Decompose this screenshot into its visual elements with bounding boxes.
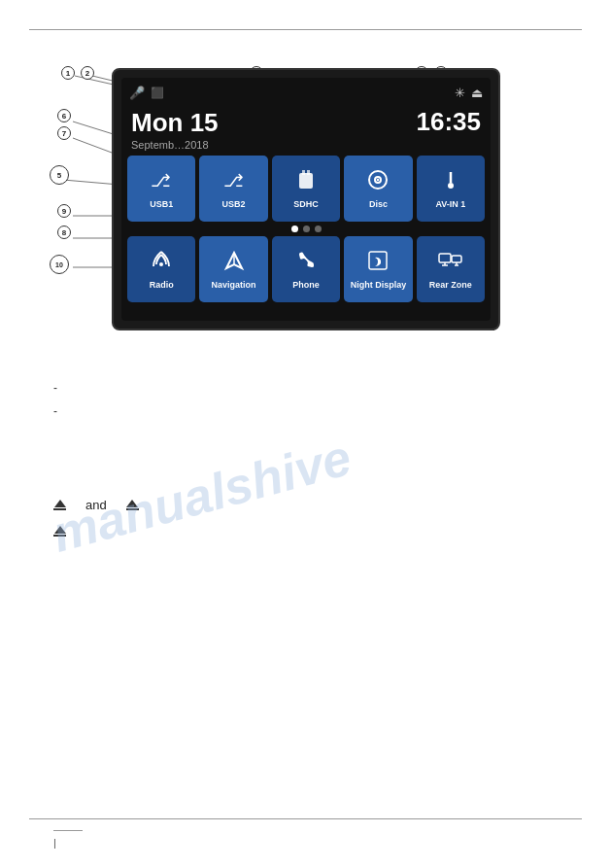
head-unit-device: 🎤 ⬛ ✳ ⏏ Mon 15 Septemb…2018 16:35 [112, 68, 500, 330]
eject-section: and [53, 498, 558, 537]
tri-bar-1 [53, 508, 66, 510]
eject-symbols-row: and [53, 498, 558, 512]
svg-rect-29 [452, 256, 461, 262]
phone-label: Phone [292, 280, 320, 290]
callout-7: 7 [57, 126, 71, 140]
page-number: | [53, 830, 83, 849]
eject-icon[interactable]: ⏏ [471, 86, 483, 100]
text-block-1: - - [53, 379, 558, 420]
eject-symbol-2 [126, 500, 139, 510]
triangle-1 [54, 500, 66, 507]
night-display-label: Night Display [351, 280, 407, 290]
phone-tile[interactable]: Phone [272, 236, 340, 302]
pagination-dots [127, 226, 485, 232]
screen-display: 🎤 ⬛ ✳ ⏏ Mon 15 Septemb…2018 16:35 [121, 78, 491, 321]
eject-symbol-1 [53, 500, 66, 510]
top-rule [29, 29, 582, 30]
bottom-rule [29, 818, 582, 819]
sdhc-label: SDHC [293, 199, 319, 209]
dot-2 [303, 226, 310, 232]
button-left-lower3[interactable] [112, 284, 114, 295]
night-display-icon [367, 250, 389, 277]
device-diagram: 1 2 3 4 12 6 7 5 9 8 10 11 [53, 49, 539, 350]
usb2-label: USB2 [222, 199, 246, 209]
callout-8: 8 [57, 226, 71, 239]
avin1-tile[interactable]: AV-IN 1 [417, 156, 485, 222]
callout-10-outer: 10 [50, 255, 69, 274]
triangle-3 [54, 526, 66, 534]
text-content-area: - - and [53, 379, 558, 537]
svg-rect-26 [439, 254, 451, 262]
screen-right-icons: ✳ ⏏ [455, 86, 483, 100]
usb1-icon: ⎇ [151, 169, 172, 196]
navigation-tile[interactable]: Navigation [199, 236, 267, 302]
avin1-label: AV-IN 1 [435, 199, 465, 209]
screen-left-icons: 🎤 ⬛ [129, 86, 164, 100]
callout-1: 1 [61, 66, 75, 80]
callout-2: 2 [81, 66, 94, 80]
dot-3 [315, 226, 322, 232]
disc-label: Disc [369, 199, 388, 209]
svg-point-21 [448, 183, 454, 189]
radio-label: Radio [150, 280, 174, 290]
navigation-icon [223, 250, 245, 277]
disc-icon [367, 169, 389, 196]
screen-status-bar: 🎤 ⬛ ✳ ⏏ [121, 78, 491, 107]
volume-knob[interactable] [112, 157, 114, 235]
button-left-lower1[interactable] [112, 250, 114, 261]
navigation-label: Navigation [212, 280, 256, 290]
radio-tile[interactable]: Radio [127, 236, 195, 302]
rear-zone-label: Rear Zone [429, 280, 472, 290]
triangle-2 [126, 500, 138, 507]
eject-note [53, 522, 558, 537]
app-grid: ⎇ USB1 ⎇ USB2 [127, 156, 485, 315]
brightness-icon[interactable]: ✳ [455, 86, 465, 100]
rear-zone-tile[interactable]: Rear Zone [417, 236, 485, 302]
rear-zone-icon [438, 250, 463, 277]
svg-rect-15 [302, 170, 305, 175]
svg-rect-16 [307, 170, 310, 175]
svg-point-22 [159, 262, 163, 266]
av-connector [498, 187, 500, 216]
usb1-label: USB1 [150, 199, 173, 209]
radio-icon [151, 250, 172, 277]
time-display: 16:35 [417, 107, 482, 137]
text-dash-1: - [53, 379, 558, 397]
svg-text:⎇: ⎇ [151, 171, 171, 191]
svg-point-19 [377, 178, 379, 180]
sdhc-tile[interactable]: SDHC [272, 156, 340, 222]
date-display: Mon 15 [131, 108, 219, 137]
callout-6: 6 [57, 109, 71, 122]
callout-9: 9 [57, 204, 71, 218]
avin1-icon [440, 169, 461, 196]
sdhc-icon [297, 169, 315, 196]
app-row-2: Radio Navigation [127, 236, 485, 302]
dot-1 [291, 226, 298, 232]
callout-5-outer: 5 [50, 165, 69, 185]
usb2-icon: ⎇ [223, 169, 245, 196]
eject-symbol-3 [53, 526, 66, 537]
phone-icon [295, 250, 317, 277]
svg-text:⎇: ⎇ [223, 171, 244, 191]
disc-tile[interactable]: Disc [344, 156, 412, 222]
app-row-1: ⎇ USB1 ⎇ USB2 [127, 156, 485, 222]
button-left-lower2[interactable] [112, 266, 114, 278]
tri-bar-2 [126, 508, 139, 510]
usb2-tile[interactable]: ⎇ USB2 [199, 156, 267, 222]
screen-icon: ⬛ [151, 87, 164, 99]
date-month-display: Septemb…2018 [131, 139, 481, 151]
usb1-tile[interactable]: ⎇ USB1 [127, 156, 195, 222]
mic-icon: 🎤 [129, 86, 145, 100]
text-dash-2: - [53, 402, 558, 420]
night-display-tile[interactable]: Night Display [344, 236, 412, 302]
and-label: and [85, 498, 107, 512]
tri-bar-3 [53, 535, 66, 537]
svg-rect-14 [299, 173, 313, 189]
